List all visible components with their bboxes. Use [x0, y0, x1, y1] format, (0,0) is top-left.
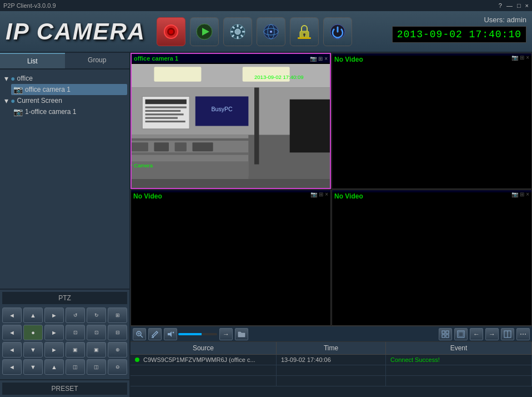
video-cell-2-icons: 📷 ⊞ × [511, 54, 529, 61]
source-header: Source [131, 342, 277, 354]
event-log-header: Source Time Event [131, 342, 532, 355]
ptz-cap2-btn[interactable]: ▣ [87, 342, 106, 358]
zoom-btn[interactable] [133, 328, 146, 340]
ptz-btn-a6[interactable]: ⊞ [108, 307, 127, 323]
ptz-btn-d6[interactable]: ⊖ [108, 359, 127, 375]
svg-text:2013-09-02 17:40:09: 2013-09-02 17:40:09 [254, 74, 304, 80]
ptz-cap1-btn[interactable]: ▣ [66, 342, 85, 358]
app-title: P2P Client-v3.0.0.9 [3, 2, 56, 9]
ptz-btn-d5[interactable]: ◫ [87, 359, 106, 375]
volume-slider[interactable] [178, 333, 217, 335]
tab-list[interactable]: List [0, 53, 65, 68]
mute-btn[interactable] [164, 328, 177, 340]
layout-btn[interactable] [501, 328, 514, 340]
svg-rect-44 [145, 117, 178, 119]
ptz-up-btn[interactable]: ▲ [23, 307, 43, 323]
ptz-ccw-btn[interactable]: ↺ [66, 307, 85, 323]
cell2-icon1: 📷 [511, 54, 518, 61]
maximize-btn[interactable]: □ [517, 2, 521, 9]
svg-rect-26 [154, 67, 201, 82]
power-button[interactable] [323, 17, 352, 46]
video-cell-4-icons: 📷 ⊞ × [511, 191, 529, 197]
help-btn[interactable]: ? [499, 2, 502, 9]
cell4-icon1: 📷 [511, 191, 518, 197]
svg-rect-61 [442, 335, 445, 338]
svg-rect-10 [242, 31, 245, 32]
video-cell-2[interactable]: No Video 📷 ⊞ × [332, 53, 532, 189]
svg-rect-41 [145, 106, 187, 108]
svg-text:IP Camera: IP Camera [132, 162, 153, 168]
ptz-rec2-btn[interactable]: ⊡ [87, 325, 106, 340]
video-cell-3[interactable]: No Video 📷 ⊞ × [131, 190, 331, 326]
preset-label: PRESET [2, 383, 127, 395]
ptz-btn-d1[interactable]: ◄ [2, 359, 22, 375]
prev-btn[interactable]: ← [470, 328, 483, 340]
more-btn[interactable]: ⋯ [516, 328, 530, 340]
svg-rect-7 [237, 24, 239, 27]
arrow-right-btn[interactable]: → [219, 328, 233, 340]
ptz-btn-b6[interactable]: ⊟ [108, 325, 127, 340]
fullscreen-btn[interactable] [454, 328, 468, 340]
svg-rect-64 [459, 332, 463, 336]
ptz-down-btn[interactable]: ▼ [23, 342, 43, 358]
ptz-rec1-btn[interactable]: ⊡ [66, 325, 85, 340]
ptz-btn-d4[interactable]: ◫ [66, 359, 85, 375]
ptz-left2-btn[interactable]: ◄ [2, 325, 22, 340]
minimize-btn[interactable]: — [506, 2, 513, 9]
folder-btn[interactable] [235, 328, 248, 340]
ptz-label: PTZ [2, 292, 127, 304]
bottom-toolbar: → ← → [131, 326, 532, 341]
svg-rect-31 [132, 135, 248, 138]
ptz-right3-btn[interactable]: ► [44, 342, 64, 358]
ptz-left-btn[interactable]: ◄ [2, 307, 22, 323]
video-cell-1[interactable]: office camera 1 📷 ⊞ × [131, 53, 331, 189]
tree-item-current-screen[interactable]: ▾ ● Current Screen [2, 95, 127, 106]
tree-item-screen1[interactable]: 📷 1-office camera 1 [11, 106, 127, 117]
ptz-center-btn[interactable]: ● [23, 325, 43, 340]
users-label: Users: admin [392, 16, 526, 24]
cell4-icon2: ⊞ [520, 191, 524, 197]
sidebar-tabs: List Group [0, 53, 129, 70]
settings-button[interactable] [223, 17, 252, 46]
cell3-icon3: × [325, 191, 328, 197]
log-indicator-1 [135, 358, 139, 362]
grid-btn[interactable] [439, 328, 452, 340]
ptz-right-btn[interactable]: ► [44, 307, 64, 323]
svg-rect-43 [145, 113, 184, 115]
camera-button[interactable] [157, 17, 185, 46]
svg-rect-48 [132, 179, 330, 188]
ptz-right2-btn[interactable]: ► [44, 325, 64, 340]
datetime-display: 2013-09-02 17:40:10 [392, 26, 526, 43]
video-cell-4[interactable]: No Video 📷 ⊞ × [332, 190, 532, 326]
log-event-3 [386, 376, 532, 386]
ptz-btn-d2[interactable]: ▼ [23, 359, 43, 375]
network-button[interactable] [257, 17, 285, 46]
title-bar: P2P Client-v3.0.0.9 ? — □ × [0, 0, 532, 11]
tree-item-office[interactable]: ▾ ● office [2, 73, 127, 84]
tree-item-camera1[interactable]: 📷 office camera 1 [11, 84, 127, 95]
event-header: Event [386, 342, 532, 354]
svg-rect-35 [132, 142, 148, 151]
svg-point-2 [169, 29, 173, 34]
tab-group[interactable]: Group [65, 53, 130, 68]
edit-btn[interactable] [148, 328, 162, 340]
ptz-left3-btn[interactable]: ◄ [2, 342, 22, 358]
ptz-btn-c6[interactable]: ⊕ [108, 342, 127, 358]
office-label: office [17, 75, 32, 82]
log-row-3 [131, 376, 532, 386]
close-btn[interactable]: × [525, 2, 529, 9]
video-cell-1-header: office camera 1 📷 ⊞ × [132, 54, 330, 63]
ptz-btn-d3[interactable]: ▲ [44, 359, 64, 375]
next-btn[interactable]: → [485, 328, 499, 340]
time-header: Time [277, 342, 386, 354]
window-controls: ? — □ × [499, 2, 529, 9]
play-button[interactable] [190, 17, 219, 46]
lock-button[interactable] [290, 17, 319, 46]
svg-rect-36 [154, 142, 169, 151]
ptz-rotate2-btn[interactable]: ↻ [87, 307, 106, 323]
svg-rect-59 [442, 331, 445, 334]
logo: IP CAMERA [6, 18, 145, 45]
cam-icon2: ⊞ [318, 56, 323, 62]
main-content: List Group ▾ ● office 📷 office camera 1 … [0, 53, 532, 397]
svg-rect-37 [175, 142, 187, 151]
